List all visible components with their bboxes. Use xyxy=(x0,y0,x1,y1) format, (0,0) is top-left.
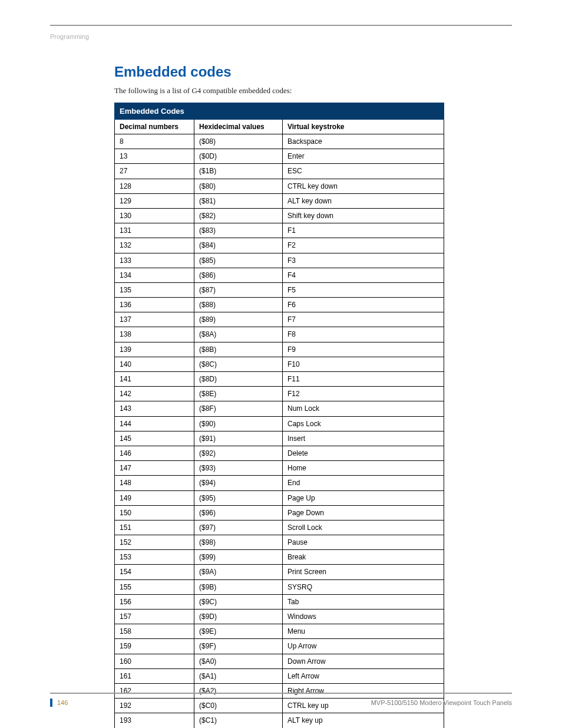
table-row: 157($9D)Windows xyxy=(115,610,444,624)
table-row: 136($88)F6 xyxy=(115,298,444,312)
cell-hex: ($8E) xyxy=(194,387,283,401)
cell-keystroke: Insert xyxy=(283,431,444,446)
cell-keystroke: ALT key up xyxy=(283,713,444,728)
cell-hex: ($9A) xyxy=(194,565,283,579)
col-head-hex: Hexidecimal values xyxy=(194,120,283,134)
cell-decimal: 161 xyxy=(115,668,194,683)
top-rule xyxy=(50,25,512,26)
cell-keystroke: F3 xyxy=(283,253,444,268)
cell-keystroke: Num Lock xyxy=(283,401,444,416)
cell-keystroke: Page Up xyxy=(283,490,444,505)
cell-hex: ($85) xyxy=(194,253,283,268)
cell-hex: ($9F) xyxy=(194,639,283,654)
cell-keystroke: CTRL key down xyxy=(283,179,444,193)
cell-decimal: 160 xyxy=(115,654,194,668)
cell-decimal: 146 xyxy=(115,446,194,460)
table-row: 131($83)F1 xyxy=(115,223,444,238)
table-row: 151($97)Scroll Lock xyxy=(115,520,444,535)
cell-keystroke: Caps Lock xyxy=(283,416,444,431)
cell-hex: ($1B) xyxy=(194,164,283,179)
table-row: 137($89)F7 xyxy=(115,312,444,327)
cell-hex: ($8B) xyxy=(194,342,283,357)
content-area: Embedded codes The following is a list o… xyxy=(114,64,444,728)
cell-decimal: 156 xyxy=(115,594,194,609)
cell-keystroke: Enter xyxy=(283,149,444,164)
footer-rule xyxy=(50,693,512,694)
cell-keystroke: F8 xyxy=(283,327,444,342)
cell-decimal: 138 xyxy=(115,327,194,342)
cell-decimal: 159 xyxy=(115,639,194,654)
cell-keystroke: ESC xyxy=(283,164,444,179)
header-section-label: Programming xyxy=(50,33,89,40)
table-row: 142($8E)F12 xyxy=(115,387,444,401)
cell-keystroke: F7 xyxy=(283,312,444,327)
cell-keystroke: Break xyxy=(283,550,444,565)
embedded-codes-table: Embedded Codes Decimal numbers Hexidecim… xyxy=(114,103,444,728)
cell-decimal: 193 xyxy=(115,713,194,728)
table-row: 144($90)Caps Lock xyxy=(115,416,444,431)
footer-page: 146 xyxy=(50,699,68,707)
cell-hex: ($97) xyxy=(194,520,283,535)
cell-decimal: 136 xyxy=(115,298,194,312)
cell-hex: ($88) xyxy=(194,298,283,312)
cell-hex: ($94) xyxy=(194,476,283,490)
cell-keystroke: F1 xyxy=(283,223,444,238)
cell-hex: ($9C) xyxy=(194,594,283,609)
cell-keystroke: F9 xyxy=(283,342,444,357)
cell-hex: ($86) xyxy=(194,268,283,282)
table-row: 153($99)Break xyxy=(115,550,444,565)
cell-decimal: 154 xyxy=(115,565,194,579)
cell-keystroke: End xyxy=(283,476,444,490)
cell-hex: ($80) xyxy=(194,179,283,193)
cell-hex: ($0D) xyxy=(194,149,283,164)
cell-decimal: 151 xyxy=(115,520,194,535)
cell-decimal: 129 xyxy=(115,193,194,208)
cell-hex: ($9B) xyxy=(194,579,283,594)
table-row: 154($9A)Print Screen xyxy=(115,565,444,579)
cell-hex: ($93) xyxy=(194,461,283,476)
cell-decimal: 142 xyxy=(115,387,194,401)
table-row: 156($9C)Tab xyxy=(115,594,444,609)
cell-hex: ($9D) xyxy=(194,610,283,624)
cell-decimal: 27 xyxy=(115,164,194,179)
table-row: 155($9B)SYSRQ xyxy=(115,579,444,594)
cell-hex: ($98) xyxy=(194,535,283,550)
cell-decimal: 143 xyxy=(115,401,194,416)
cell-decimal: 130 xyxy=(115,208,194,223)
table-row: 193($C1)ALT key up xyxy=(115,713,444,728)
cell-decimal: 149 xyxy=(115,490,194,505)
table-row: 148($94)End xyxy=(115,476,444,490)
cell-keystroke: F10 xyxy=(283,357,444,371)
cell-hex: ($84) xyxy=(194,238,283,253)
cell-hex: ($92) xyxy=(194,446,283,460)
table-row: 138($8A)F8 xyxy=(115,327,444,342)
table-row: 132($84)F2 xyxy=(115,238,444,253)
cell-hex: ($82) xyxy=(194,208,283,223)
table-row: 128($80)CTRL key down xyxy=(115,179,444,193)
cell-decimal: 133 xyxy=(115,253,194,268)
cell-decimal: 8 xyxy=(115,134,194,149)
table-row: 145($91)Insert xyxy=(115,431,444,446)
cell-keystroke: Delete xyxy=(283,446,444,460)
cell-keystroke: Menu xyxy=(283,624,444,639)
cell-hex: ($A0) xyxy=(194,654,283,668)
cell-hex: ($8A) xyxy=(194,327,283,342)
cell-keystroke: F2 xyxy=(283,238,444,253)
cell-keystroke: Shift key down xyxy=(283,208,444,223)
cell-keystroke: Page Down xyxy=(283,505,444,520)
cell-hex: ($91) xyxy=(194,431,283,446)
cell-keystroke: Windows xyxy=(283,610,444,624)
cell-keystroke: Down Arrow xyxy=(283,654,444,668)
cell-decimal: 13 xyxy=(115,149,194,164)
cell-hex: ($8D) xyxy=(194,372,283,387)
footer-doc-title: MVP-5100/5150 Modero Viewpoint Touch Pan… xyxy=(371,699,512,706)
table-row: 147($93)Home xyxy=(115,461,444,476)
table-row: 143($8F)Num Lock xyxy=(115,401,444,416)
table-row: 133($85)F3 xyxy=(115,253,444,268)
table-row: 139($8B)F9 xyxy=(115,342,444,357)
footer-accent xyxy=(50,699,52,707)
table-row: 140($8C)F10 xyxy=(115,357,444,371)
table-title: Embedded Codes xyxy=(115,103,444,120)
cell-keystroke: F4 xyxy=(283,268,444,282)
table-row: 135($87)F5 xyxy=(115,282,444,297)
